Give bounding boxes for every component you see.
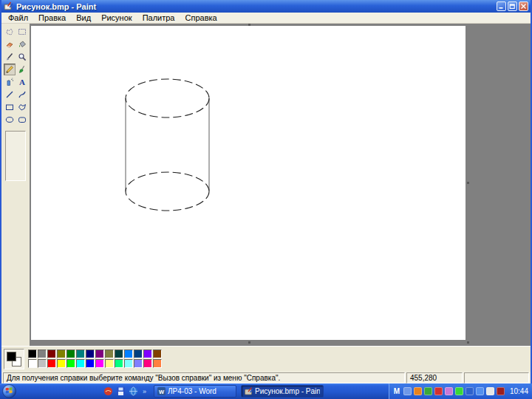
color-swatch[interactable] [38, 359, 47, 368]
color-swatch[interactable] [95, 349, 104, 358]
text-tool[interactable]: A [16, 76, 28, 88]
menu-item[interactable]: Рисунок [96, 13, 137, 23]
close-button[interactable] [519, 1, 528, 11]
status-help-pane: Для получения справки выберите команду "… [3, 372, 405, 383]
tray-icon[interactable] [476, 387, 484, 395]
tray-icon[interactable] [424, 387, 432, 395]
tray-icon[interactable] [486, 387, 494, 395]
quick-launch-red-icon[interactable] [103, 386, 113, 396]
color-swatch[interactable] [115, 349, 123, 358]
cursor-coordinates: 455,280 [410, 374, 437, 382]
color-swatch[interactable] [57, 359, 66, 368]
color-swatch[interactable] [95, 359, 104, 368]
color-swatch[interactable] [57, 349, 66, 358]
tool-options-panel[interactable] [5, 131, 26, 181]
color-swatch[interactable] [134, 359, 143, 368]
tray-icon[interactable] [445, 387, 453, 395]
polygon-icon [18, 103, 27, 112]
restore-button[interactable] [508, 1, 517, 11]
color-swatch[interactable] [134, 349, 143, 358]
color-swatch[interactable] [105, 349, 114, 358]
polygon-tool[interactable] [16, 101, 28, 113]
taskbar-clock[interactable]: 10:44 [510, 387, 528, 395]
brush-tool[interactable] [16, 64, 28, 75]
color-swatch[interactable] [124, 359, 133, 368]
color-swatch[interactable] [47, 359, 56, 368]
rectangle-tool[interactable] [4, 101, 16, 113]
tray-icon-group [403, 387, 505, 395]
svg-text:W: W [159, 389, 165, 395]
color-swatch[interactable] [86, 359, 95, 368]
taskbar-task-button[interactable]: WЛР4-03 - Word [154, 385, 236, 398]
rounded-rectangle-tool[interactable] [16, 114, 28, 126]
line-tool[interactable] [4, 89, 16, 100]
tool-box: A [1, 24, 30, 346]
color-swatch[interactable] [76, 349, 85, 358]
rounded-rectangle-icon [18, 115, 27, 124]
color-swatch[interactable] [86, 349, 95, 358]
status-bar: Для получения справки выберите команду "… [1, 372, 531, 384]
color-swatch[interactable] [105, 359, 114, 368]
pick-color-tool[interactable] [4, 51, 16, 63]
rectangle-icon [5, 103, 14, 112]
minimize-button[interactable] [497, 1, 506, 11]
color-swatch[interactable] [143, 349, 152, 358]
taskbar-task-button[interactable]: Рисунок.bmp - Paint [241, 385, 324, 398]
quick-launch-globe-icon[interactable] [129, 386, 138, 396]
tray-icon[interactable] [455, 387, 463, 395]
color-swatch[interactable] [47, 349, 56, 358]
canvas-resize-handle-corner[interactable] [467, 341, 469, 344]
color-swatch[interactable] [153, 349, 162, 358]
magnifier-tool[interactable] [16, 51, 28, 63]
eraser-icon [5, 40, 14, 49]
menu-item[interactable]: Вид [71, 13, 96, 23]
canvas-resize-handle-top[interactable] [248, 24, 250, 26]
select-tool[interactable] [16, 26, 28, 38]
pencil-tool[interactable] [4, 64, 16, 75]
system-tray: М 10:44 [389, 383, 532, 399]
brush-icon [18, 65, 27, 74]
airbrush-icon [5, 78, 14, 86]
select-icon [18, 27, 27, 36]
color-swatch[interactable] [66, 359, 75, 368]
tray-icon[interactable] [466, 387, 474, 395]
fill-icon [18, 40, 27, 49]
drawing-canvas[interactable] [31, 26, 466, 340]
tray-icon[interactable] [497, 387, 505, 395]
start-button[interactable] [2, 384, 16, 398]
menu-item[interactable]: Файл [3, 13, 33, 23]
color-swatch[interactable] [66, 349, 75, 358]
color-swatch[interactable] [143, 359, 152, 368]
fill-tool[interactable] [16, 38, 28, 50]
language-indicator[interactable]: М [394, 387, 400, 395]
taskbar: » WЛР4-03 - WordРисунок.bmp - Paint М 10… [0, 383, 532, 399]
color-swatch[interactable] [76, 359, 85, 368]
color-swatch[interactable] [28, 359, 37, 368]
title-bar[interactable]: Рисунок.bmp - Paint [1, 0, 531, 13]
word-icon: W [157, 387, 166, 395]
ellipse-tool[interactable] [4, 114, 16, 126]
cylinder-drawing [31, 26, 466, 340]
menu-item[interactable]: Палитра [137, 13, 180, 23]
menu-item[interactable]: Справка [180, 13, 222, 23]
curve-tool[interactable] [16, 89, 28, 100]
airbrush-tool[interactable] [4, 76, 16, 88]
tray-icon[interactable] [403, 387, 412, 395]
quick-launch-floppy-icon[interactable] [116, 386, 126, 396]
color-swatch[interactable] [38, 349, 47, 358]
canvas-resize-handle-right[interactable] [467, 182, 469, 184]
quick-launch-overflow-chevron[interactable]: » [143, 388, 146, 395]
eraser-tool[interactable] [4, 38, 16, 50]
tray-icon[interactable] [414, 387, 422, 395]
menu-item[interactable]: Правка [33, 13, 71, 23]
current-colors-indicator[interactable] [4, 349, 24, 369]
color-swatch[interactable] [153, 359, 162, 368]
tray-icon[interactable] [434, 387, 443, 395]
curve-icon [18, 90, 27, 99]
canvas-resize-handle-bottom[interactable] [248, 341, 250, 344]
color-swatch[interactable] [28, 349, 37, 358]
color-swatch[interactable] [124, 349, 133, 358]
free-form-select-tool[interactable] [4, 26, 16, 38]
color-swatch[interactable] [115, 359, 123, 368]
paint-app-icon [4, 1, 13, 11]
